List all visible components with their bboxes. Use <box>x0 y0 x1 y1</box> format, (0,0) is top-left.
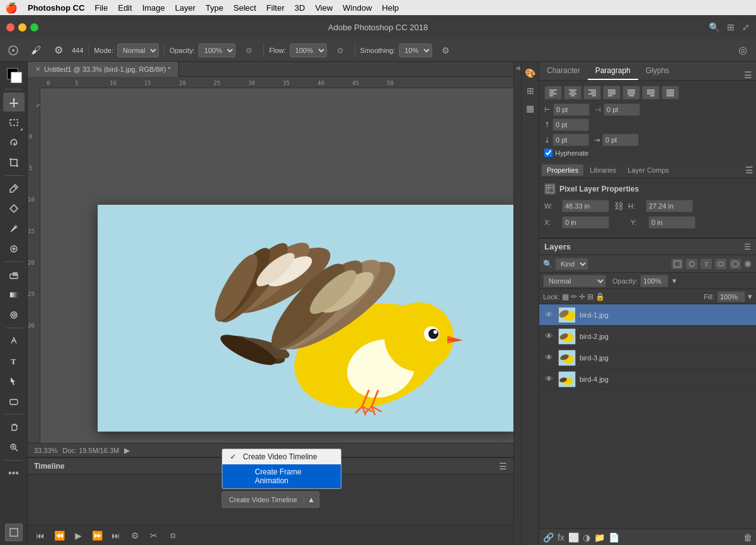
clone-tool[interactable] <box>3 239 25 258</box>
timeline-prev-frame[interactable]: ⏪ <box>53 529 66 542</box>
justify-center-button[interactable] <box>622 86 640 100</box>
tab-libraries[interactable]: Libraries <box>585 164 621 176</box>
properties-panel-menu-icon[interactable]: ☰ <box>745 165 753 175</box>
filter-shape-icon[interactable] <box>714 258 727 270</box>
align-left-button[interactable] <box>544 86 562 100</box>
marquee-tool[interactable] <box>3 113 25 132</box>
flow-select[interactable]: 100% <box>290 43 327 57</box>
new-layer-icon[interactable]: 📄 <box>609 532 619 542</box>
close-button[interactable] <box>6 23 14 32</box>
delete-layer-icon[interactable]: 🗑 <box>743 532 752 542</box>
width-input[interactable] <box>562 200 609 212</box>
fullscreen-icon[interactable]: ⤢ <box>742 22 750 32</box>
lock-all-icon[interactable]: 🔒 <box>595 292 605 301</box>
opacity-arrow-icon[interactable]: ▾ <box>672 276 677 285</box>
brush-tool-indicator[interactable] <box>4 42 23 59</box>
fill-arrow-icon[interactable]: ▾ <box>748 292 752 301</box>
timeline-next-frame[interactable]: ⏩ <box>91 529 103 542</box>
lock-position-icon[interactable]: ✛ <box>579 292 585 301</box>
sub-panel-menu[interactable]: ☰ <box>745 165 753 175</box>
smoothing-settings-icon[interactable]: ⚙ <box>436 42 455 59</box>
layers-blend-mode-select[interactable]: Normal <box>543 275 606 287</box>
crop-tool[interactable] <box>3 153 25 172</box>
tab-glyphs[interactable]: Glyphs <box>638 64 677 80</box>
space-after-input[interactable] <box>553 134 589 146</box>
grid-icon[interactable]: ⊞ <box>527 83 534 98</box>
layer-item-2[interactable]: 👁 bird-2.jpg <box>539 326 756 347</box>
create-video-timeline-button[interactable]: Create Video Timeline <box>222 491 304 508</box>
canvas-scroll[interactable] <box>40 88 513 443</box>
height-input[interactable] <box>646 200 693 212</box>
more-tools[interactable]: ••• <box>3 464 25 483</box>
menu-filter[interactable]: Filter <box>266 3 285 13</box>
menu-select[interactable]: Select <box>233 3 256 13</box>
layer-item-4[interactable]: 👁 bird-4.jpg <box>539 369 756 390</box>
indent-first-line-input[interactable] <box>602 134 639 146</box>
link-layers-icon[interactable]: 🔗 <box>543 532 554 542</box>
eraser-tool[interactable] <box>3 265 25 284</box>
brush-tool[interactable] <box>3 219 25 238</box>
menu-appname[interactable]: Photoshop CC <box>28 3 84 13</box>
shape-tool[interactable] <box>3 392 25 411</box>
indent-right-input[interactable] <box>604 103 640 116</box>
layer-1-visibility-icon[interactable]: 👁 <box>543 309 554 321</box>
smoothing-select[interactable]: 10% <box>399 43 432 57</box>
layers-kind-select[interactable]: Kind <box>555 258 588 270</box>
create-video-timeline-option[interactable]: Create Video Timeline <box>222 449 341 464</box>
layer-2-visibility-icon[interactable]: 👁 <box>543 331 554 342</box>
layer-item-1[interactable]: 👁 bird-1.jpg <box>539 304 756 326</box>
layer-3-visibility-icon[interactable]: 👁 <box>543 352 554 364</box>
move-tool[interactable] <box>3 93 25 112</box>
lock-transparency-icon[interactable]: ▦ <box>562 292 569 301</box>
timeline-split[interactable]: ✂ <box>147 529 160 542</box>
menu-help[interactable]: Help <box>382 3 399 13</box>
justify-right-button[interactable] <box>642 86 660 100</box>
menu-edit[interactable]: Edit <box>118 3 132 13</box>
status-arrow[interactable]: ▶ <box>124 446 130 455</box>
filter-pixel-icon[interactable] <box>671 258 684 270</box>
eyedropper-tool[interactable] <box>3 179 25 198</box>
side-collapse-bar[interactable]: ◀ <box>513 62 521 545</box>
filter-adjustment-icon[interactable] <box>685 258 698 270</box>
lock-pixels-icon[interactable]: ✏ <box>571 292 577 301</box>
menu-layer[interactable]: Layer <box>175 3 196 13</box>
color-wheel-icon[interactable]: 🎨 <box>525 66 536 81</box>
layers-opacity-input[interactable] <box>640 275 668 287</box>
timeline-first-frame[interactable]: ⏮ <box>34 529 47 542</box>
panels-icon[interactable]: ⊞ <box>727 22 735 32</box>
timeline-menu-icon[interactable]: ☰ <box>499 461 507 471</box>
tab-paragraph[interactable]: Paragraph <box>588 64 638 80</box>
tab-layer-comps[interactable]: Layer Comps <box>622 164 673 176</box>
space-before-input[interactable] <box>553 118 589 131</box>
blur-tool[interactable] <box>3 306 25 324</box>
y-input[interactable] <box>648 216 696 229</box>
document-tab[interactable]: ✕ Untitled1 @ 33.3% (bird-1.jpg, RGB/8#)… <box>28 62 179 77</box>
menu-file[interactable]: File <box>94 3 108 13</box>
menu-window[interactable]: Window <box>343 3 372 13</box>
tab-close-icon[interactable]: ✕ <box>35 66 40 72</box>
menu-view[interactable]: View <box>315 3 333 13</box>
x-input[interactable] <box>562 216 609 229</box>
align-right-button[interactable] <box>583 86 601 100</box>
filter-type-icon[interactable]: T <box>700 258 713 270</box>
adjustment-layer-icon[interactable]: ◑ <box>583 532 590 542</box>
gradient-tool[interactable] <box>3 285 25 304</box>
menu-image[interactable]: Image <box>142 3 165 13</box>
pressure-opacity-icon[interactable]: ⊙ <box>239 42 258 59</box>
menu-type[interactable]: Type <box>205 3 223 13</box>
layers-menu-icon[interactable]: ☰ <box>744 243 751 251</box>
link-proportions-icon[interactable]: ⛓ <box>614 201 623 211</box>
heal-tool[interactable] <box>3 199 25 218</box>
lasso-tool[interactable] <box>3 133 25 152</box>
pressure-flow-icon[interactable]: ⊙ <box>331 42 350 59</box>
filter-smart-object-icon[interactable] <box>729 258 742 270</box>
type-tool[interactable]: T <box>3 352 25 370</box>
path-select-tool[interactable] <box>3 372 25 391</box>
justify-all-button[interactable] <box>662 86 679 100</box>
timeline-last-frame[interactable]: ⏭ <box>110 529 122 542</box>
panel-tab-menu[interactable]: ☰ <box>744 70 756 80</box>
tab-properties[interactable]: Properties <box>542 164 583 176</box>
pen-tool[interactable] <box>3 331 25 350</box>
create-frame-animation-option[interactable]: Create Frame Animation <box>222 464 341 488</box>
layer-style-icon[interactable]: fx <box>558 532 564 542</box>
